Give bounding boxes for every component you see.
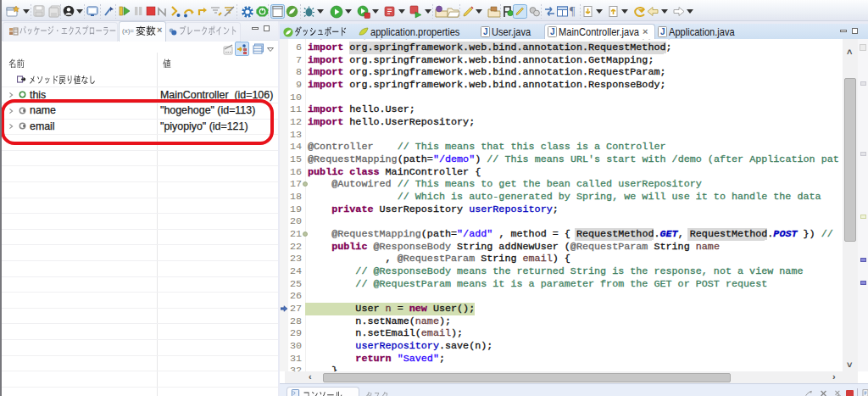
- svg-text:J: J: [483, 27, 488, 36]
- svg-text:J: J: [660, 27, 665, 36]
- svg-text:J: J: [550, 27, 555, 36]
- svg-text:¶: ¶: [570, 5, 576, 18]
